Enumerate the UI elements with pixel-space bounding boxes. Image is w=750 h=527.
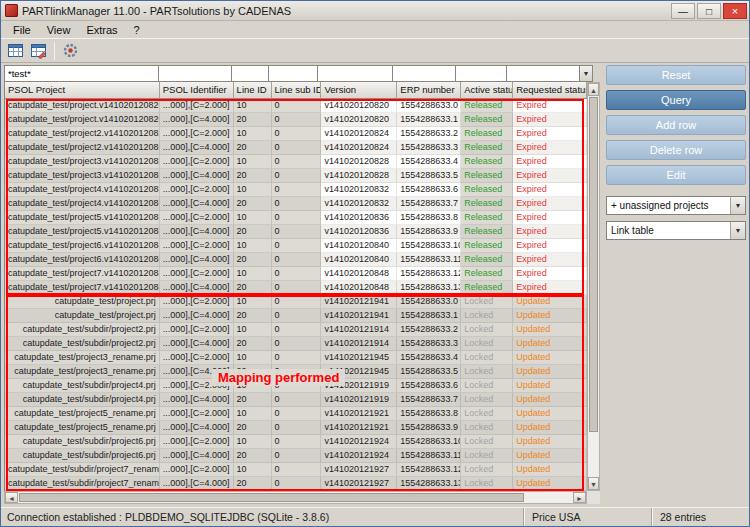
column-header-requested-status[interactable]: Requested status	[513, 82, 587, 99]
chevron-down-icon[interactable]: ▼	[730, 222, 745, 239]
chevron-down-icon[interactable]: ▼	[730, 197, 745, 214]
cell-line-id: 20	[234, 169, 272, 183]
cell-erp-number: 1554288633.9	[397, 225, 461, 239]
table-row[interactable]: catupdate_test/project3.v141020120828.pr…	[5, 169, 587, 183]
link-table-icon[interactable]	[4, 40, 27, 61]
cell-version: v141020120836	[321, 225, 397, 239]
cell-psol-identifier: ...000],[C=2.000]	[160, 463, 234, 477]
cell-version: v141020120828	[321, 155, 397, 169]
close-button[interactable]: ×	[723, 3, 747, 19]
scrollbar-corner	[587, 491, 600, 504]
table-row[interactable]: catupdate_test/subdir/project7_rename.pr…	[5, 477, 587, 491]
cell-active-status: Released	[461, 141, 513, 155]
table-row[interactable]: catupdate_test/subdir/project6.prj...000…	[5, 435, 587, 449]
filter-cell-line-sub-id[interactable]	[268, 65, 318, 82]
connection-status: Connection established : PLDBDEMO_SQLITE…	[1, 511, 523, 523]
cell-version: v141020120836	[321, 211, 397, 225]
table-row[interactable]: catupdate_test/project.v141020120820.prj…	[5, 113, 587, 127]
table-row[interactable]: catupdate_test/subdir/project2.prj...000…	[5, 337, 587, 351]
cell-line-sub-id: 0	[272, 113, 322, 127]
cell-requested-status: Expired	[513, 183, 587, 197]
filter-cell-line-id[interactable]	[231, 65, 269, 82]
table-row[interactable]: catupdate_test/subdir/project4.prj...000…	[5, 393, 587, 407]
table-row[interactable]: catupdate_test/project7.v141020120848.pr…	[5, 281, 587, 295]
cell-active-status: Released	[461, 169, 513, 183]
cell-requested-status: Expired	[513, 127, 587, 141]
cell-erp-number: 1554288633.8	[397, 211, 461, 225]
column-header-version[interactable]: Version	[321, 82, 397, 99]
query-button[interactable]: Query	[606, 90, 746, 110]
cell-active-status: Locked	[461, 407, 513, 421]
cell-line-id: 10	[234, 351, 272, 365]
column-header-psol-project[interactable]: PSOL Project	[5, 82, 160, 99]
table-row[interactable]: catupdate_test/project3.v141020120828.pr…	[5, 155, 587, 169]
vertical-scrollbar[interactable]: ▲ ▼	[587, 82, 600, 491]
table-row[interactable]: catupdate_test/project2.v141020120824.pr…	[5, 141, 587, 155]
cell-psol-project: catupdate_test/subdir/project2.prj	[5, 337, 160, 351]
column-header-active-status[interactable]: Active status	[461, 82, 513, 99]
cell-requested-status: Expired	[513, 113, 587, 127]
filter-history-dropdown[interactable]: ▼	[579, 65, 593, 82]
cell-line-id: 10	[234, 407, 272, 421]
reset-button[interactable]: Reset	[606, 65, 746, 85]
settings-icon[interactable]	[59, 40, 82, 61]
maximize-button[interactable]: □	[697, 3, 721, 19]
menu-help[interactable]: ?	[126, 23, 148, 37]
table-row[interactable]: catupdate_test/project2.v141020120824.pr…	[5, 127, 587, 141]
table-row[interactable]: catupdate_test/project.prj...000],[C=4.0…	[5, 309, 587, 323]
action-panel: Reset Query Add row Delete row Edit + un…	[606, 65, 746, 504]
table-row[interactable]: catupdate_test/subdir/project2.prj...000…	[5, 323, 587, 337]
table-row[interactable]: catupdate_test/project6.v141020120840.pr…	[5, 239, 587, 253]
table-row[interactable]: catupdate_test/project5_rename.prj...000…	[5, 407, 587, 421]
horizontal-scroll-thumb[interactable]	[19, 493, 524, 502]
table-row[interactable]: catupdate_test/project.prj...000],[C=2.0…	[5, 295, 587, 309]
filter-cell-requested-status[interactable]	[506, 65, 580, 82]
cell-version: v141020121921	[321, 407, 397, 421]
column-header-erp-number[interactable]: ERP number	[397, 82, 461, 99]
add-row-button[interactable]: Add row	[606, 115, 746, 135]
cell-active-status: Released	[461, 99, 513, 113]
cell-psol-project: catupdate_test/project3.v141020120828.pr…	[5, 169, 160, 183]
filter-cell-active-status[interactable]	[455, 65, 507, 82]
delete-row-button[interactable]: Delete row	[606, 140, 746, 160]
scroll-right-icon[interactable]: ►	[573, 492, 586, 503]
scroll-down-icon[interactable]: ▼	[588, 477, 599, 490]
cell-active-status: Locked	[461, 365, 513, 379]
table-row[interactable]: catupdate_test/project4.v141020120832.pr…	[5, 197, 587, 211]
project-filter-input[interactable]	[4, 65, 159, 82]
cell-line-sub-id: 0	[272, 449, 322, 463]
filter-cell-identifier[interactable]	[158, 65, 232, 82]
erp-mapping-icon[interactable]	[27, 40, 50, 61]
cell-version: v141020121921	[321, 421, 397, 435]
projects-dropdown[interactable]: + unassigned projects ▼	[606, 196, 746, 215]
column-header-line-id[interactable]: Line ID	[234, 82, 272, 99]
table-row[interactable]: catupdate_test/subdir/project7_rename.pr…	[5, 463, 587, 477]
filter-cell-version[interactable]	[317, 65, 393, 82]
minimize-button[interactable]: —	[671, 3, 695, 19]
table-row[interactable]: catupdate_test/project.v141020120820.prj…	[5, 99, 587, 113]
edit-button[interactable]: Edit	[606, 165, 746, 185]
menu-extras[interactable]: Extras	[78, 23, 125, 37]
table-row[interactable]: catupdate_test/project7.v141020120848.pr…	[5, 267, 587, 281]
cell-version: v141020121924	[321, 435, 397, 449]
table-row[interactable]: catupdate_test/subdir/project6.prj...000…	[5, 449, 587, 463]
table-row[interactable]: catupdate_test/project5.v141020120836.pr…	[5, 211, 587, 225]
table-row[interactable]: catupdate_test/project5.v141020120836.pr…	[5, 225, 587, 239]
table-row[interactable]: catupdate_test/project6.v141020120840.pr…	[5, 253, 587, 267]
table-mode-dropdown[interactable]: Link table ▼	[606, 221, 746, 240]
menu-file[interactable]: File	[5, 23, 39, 37]
cell-version: v141020120820	[321, 113, 397, 127]
table-row[interactable]: catupdate_test/project3_rename.prj...000…	[5, 351, 587, 365]
table-row[interactable]: catupdate_test/project5_rename.prj...000…	[5, 421, 587, 435]
menu-view[interactable]: View	[39, 23, 79, 37]
cell-active-status: Released	[461, 183, 513, 197]
column-header-line-sub-id[interactable]: Line sub ID	[272, 82, 322, 99]
filter-cell-erp-number[interactable]	[392, 65, 456, 82]
vertical-scroll-thumb[interactable]	[589, 97, 598, 432]
table-row[interactable]: catupdate_test/project4.v141020120832.pr…	[5, 183, 587, 197]
scroll-left-icon[interactable]: ◄	[5, 492, 18, 503]
cell-line-sub-id: 0	[272, 351, 322, 365]
column-header-psol-identifier[interactable]: PSOL Identifier	[160, 82, 234, 99]
scroll-up-icon[interactable]: ▲	[588, 83, 599, 96]
horizontal-scrollbar[interactable]: ◄ ►	[4, 491, 587, 504]
